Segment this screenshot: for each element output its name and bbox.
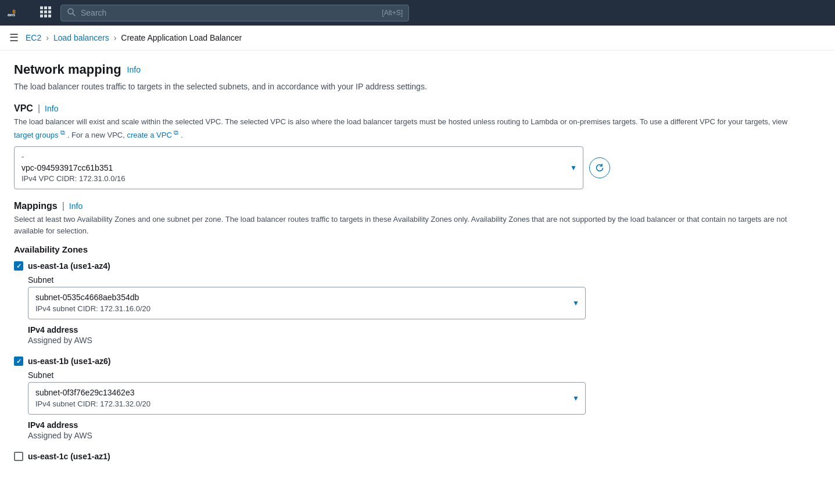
az2-subnet-id: subnet-0f3f76e29c13462e3 (35, 387, 564, 399)
svg-rect-7 (40, 15, 43, 17)
hamburger-menu[interactable]: ☰ (9, 31, 19, 44)
az1-subnet-chevron-icon: ▼ (572, 298, 579, 308)
az1-checkbox-row: us-east-1a (use1-az4) (14, 261, 800, 271)
network-mapping-description: The load balancer routes traffic to targ… (14, 81, 800, 93)
svg-rect-1 (40, 6, 43, 9)
az2-subnet-chevron-icon: ▼ (572, 394, 579, 404)
search-icon (67, 8, 76, 19)
az1-subnet-id: subnet-0535c4668aeb354db (35, 292, 564, 304)
vpc-select-row: - vpc-094593917cc61b351 IPv4 VPC CIDR: 1… (14, 146, 800, 189)
az3-checkbox[interactable] (14, 452, 23, 461)
az1-subnet-dropdown[interactable]: subnet-0535c4668aeb354db IPv4 subnet CID… (28, 287, 586, 319)
az2-checkbox-row: us-east-1b (use1-az6) (14, 357, 800, 366)
search-bar[interactable]: [Alt+S] (60, 5, 409, 21)
external-link-icon-1: ⧉ (60, 129, 65, 136)
svg-rect-2 (44, 6, 47, 9)
svg-rect-4 (40, 10, 43, 13)
top-navigation: aws [Alt+S] (0, 0, 835, 26)
az1-checkbox[interactable] (14, 261, 23, 271)
az3-checkbox-row: us-east-1c (use1-az1) (14, 452, 800, 461)
svg-rect-8 (44, 15, 47, 17)
svg-line-11 (73, 13, 76, 16)
breadcrumb-sep-1: › (46, 33, 49, 42)
svg-rect-5 (44, 10, 47, 13)
az-item-2: us-east-1b (use1-az6) Subnet subnet-0f3f… (14, 357, 800, 440)
breadcrumb-current: Create Application Load Balancer (121, 33, 242, 42)
az2-ipv4-label: IPv4 address (28, 420, 800, 430)
az2-ipv4-value: Assigned by AWS (28, 431, 800, 440)
main-content: Network mapping Info The load balancer r… (0, 51, 814, 484)
search-shortcut: [Alt+S] (382, 9, 403, 17)
az2-label: us-east-1b (use1-az6) (28, 357, 110, 366)
aws-logo: aws (7, 5, 30, 21)
az3-label: us-east-1c (use1-az1) (28, 452, 110, 461)
search-input[interactable] (81, 8, 377, 17)
vpc-description: The load balancer will exist and scale w… (14, 116, 800, 141)
az2-subnet-cidr: IPv4 subnet CIDR: 172.31.32.0/20 (35, 399, 564, 409)
network-mapping-title: Network mapping (14, 62, 121, 77)
create-vpc-link[interactable]: create a VPC ⧉ (127, 131, 181, 139)
vpc-cidr: IPv4 VPC CIDR: 172.31.0.0/16 (21, 174, 562, 184)
vpc-dropdown-wrapper: - vpc-094593917cc61b351 IPv4 VPC CIDR: 1… (14, 146, 583, 189)
az-item-3: us-east-1c (use1-az1) (14, 452, 800, 461)
az1-subnet-label: Subnet (28, 275, 800, 285)
vpc-info-link[interactable]: Info (45, 104, 58, 113)
vpc-id: vpc-094593917cc61b351 (21, 163, 562, 174)
az2-subnet-wrapper: subnet-0f3f76e29c13462e3 IPv4 subnet CID… (28, 382, 586, 415)
breadcrumb-sep-2: › (114, 33, 117, 42)
refresh-icon (595, 163, 604, 172)
az2-subnet-dropdown[interactable]: subnet-0f3f76e29c13462e3 IPv4 subnet CID… (28, 382, 586, 415)
az1-label: us-east-1a (use1-az4) (28, 261, 110, 271)
az1-subnet-wrapper: subnet-0535c4668aeb354db IPv4 subnet CID… (28, 287, 586, 319)
mappings-label: Mappings | Info (14, 201, 800, 211)
az2-checkbox[interactable] (14, 357, 23, 366)
svg-text:aws: aws (8, 13, 15, 17)
svg-rect-6 (48, 10, 51, 13)
svg-rect-3 (48, 6, 51, 9)
vpc-dropdown[interactable]: - vpc-094593917cc61b351 IPv4 VPC CIDR: 1… (14, 146, 583, 189)
target-groups-link[interactable]: target groups ⧉ (14, 131, 67, 139)
vpc-dash: - (21, 152, 562, 162)
grid-icon[interactable] (37, 3, 53, 23)
breadcrumb: ☰ EC2 › Load balancers › Create Applicat… (0, 26, 835, 51)
vpc-chevron-icon: ▼ (570, 163, 577, 173)
mappings-section: Mappings | Info Select at least two Avai… (14, 201, 800, 461)
mappings-description: Select at least two Availability Zones a… (14, 214, 800, 236)
az1-subnet-cidr: IPv4 subnet CIDR: 172.31.16.0/20 (35, 304, 564, 314)
svg-rect-9 (48, 15, 51, 17)
network-mapping-info-link[interactable]: Info (127, 65, 141, 74)
vpc-label: VPC | Info (14, 103, 800, 114)
mappings-info-link[interactable]: Info (69, 201, 83, 211)
breadcrumb-ec2[interactable]: EC2 (26, 33, 41, 42)
svg-point-10 (68, 9, 73, 14)
vpc-section: VPC | Info The load balancer will exist … (14, 103, 800, 189)
az1-ipv4-value: Assigned by AWS (28, 336, 800, 345)
az2-subnet-label: Subnet (28, 370, 800, 380)
external-link-icon-2: ⧉ (174, 129, 178, 136)
az-heading: Availability Zones (14, 244, 800, 254)
az-item-1: us-east-1a (use1-az4) Subnet subnet-0535… (14, 261, 800, 345)
vpc-refresh-button[interactable] (589, 157, 610, 178)
breadcrumb-load-balancers[interactable]: Load balancers (53, 33, 109, 42)
az1-ipv4-label: IPv4 address (28, 325, 800, 334)
section-title: Network mapping Info (14, 62, 800, 77)
